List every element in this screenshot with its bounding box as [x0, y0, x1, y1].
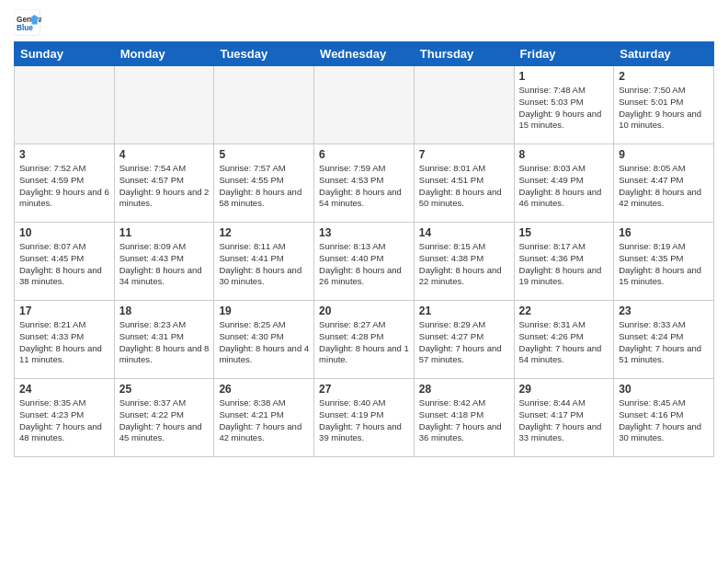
- calendar-cell: [314, 66, 415, 144]
- calendar-cell: [114, 66, 214, 144]
- day-number: 1: [519, 70, 609, 83]
- day-number: 18: [119, 304, 210, 317]
- calendar-cell: 5Sunrise: 7:57 AM Sunset: 4:55 PM Daylig…: [214, 144, 314, 223]
- calendar: SundayMondayTuesdayWednesdayThursdayFrid…: [14, 41, 714, 457]
- day-info: Sunrise: 8:27 AM Sunset: 4:28 PM Dayligh…: [319, 319, 409, 366]
- day-number: 25: [119, 383, 210, 396]
- day-info: Sunrise: 8:23 AM Sunset: 4:31 PM Dayligh…: [119, 319, 210, 366]
- day-info: Sunrise: 8:31 AM Sunset: 4:26 PM Dayligh…: [519, 319, 609, 366]
- day-info: Sunrise: 8:40 AM Sunset: 4:19 PM Dayligh…: [319, 397, 409, 444]
- day-number: 23: [619, 304, 709, 317]
- calendar-cell: 17Sunrise: 8:21 AM Sunset: 4:33 PM Dayli…: [15, 301, 115, 379]
- calendar-cell: 15Sunrise: 8:17 AM Sunset: 4:36 PM Dayli…: [514, 223, 614, 301]
- calendar-cell: 2Sunrise: 7:50 AM Sunset: 5:01 PM Daylig…: [614, 66, 714, 144]
- week-row-2: 3Sunrise: 7:52 AM Sunset: 4:59 PM Daylig…: [15, 144, 714, 223]
- week-row-4: 17Sunrise: 8:21 AM Sunset: 4:33 PM Dayli…: [15, 301, 714, 379]
- day-info: Sunrise: 7:54 AM Sunset: 4:57 PM Dayligh…: [119, 163, 210, 210]
- calendar-cell: 29Sunrise: 8:44 AM Sunset: 4:17 PM Dayli…: [514, 379, 614, 457]
- day-info: Sunrise: 8:42 AM Sunset: 4:18 PM Dayligh…: [419, 397, 509, 444]
- day-info: Sunrise: 8:13 AM Sunset: 4:40 PM Dayligh…: [319, 241, 409, 288]
- calendar-cell: 13Sunrise: 8:13 AM Sunset: 4:40 PM Dayli…: [314, 223, 415, 301]
- day-number: 13: [319, 226, 409, 239]
- calendar-cell: 19Sunrise: 8:25 AM Sunset: 4:30 PM Dayli…: [214, 301, 314, 379]
- calendar-cell: 1Sunrise: 7:48 AM Sunset: 5:03 PM Daylig…: [514, 66, 614, 144]
- day-number: 30: [619, 383, 709, 396]
- calendar-cell: 30Sunrise: 8:45 AM Sunset: 4:16 PM Dayli…: [614, 379, 714, 457]
- calendar-cell: 28Sunrise: 8:42 AM Sunset: 4:18 PM Dayli…: [414, 379, 514, 457]
- day-number: 8: [519, 148, 609, 161]
- day-info: Sunrise: 8:01 AM Sunset: 4:51 PM Dayligh…: [419, 163, 509, 210]
- day-info: Sunrise: 8:17 AM Sunset: 4:36 PM Dayligh…: [519, 241, 609, 288]
- day-number: 7: [419, 148, 509, 161]
- day-number: 27: [319, 383, 409, 396]
- day-number: 19: [219, 304, 309, 317]
- logo-icon: General Blue: [14, 9, 41, 37]
- calendar-cell: [414, 66, 514, 144]
- day-number: 20: [319, 304, 409, 317]
- day-number: 29: [519, 383, 609, 396]
- day-number: 11: [119, 226, 210, 239]
- day-number: 16: [619, 226, 709, 239]
- day-info: Sunrise: 7:50 AM Sunset: 5:01 PM Dayligh…: [619, 85, 709, 132]
- calendar-cell: 9Sunrise: 8:05 AM Sunset: 4:47 PM Daylig…: [614, 144, 714, 223]
- calendar-cell: 8Sunrise: 8:03 AM Sunset: 4:49 PM Daylig…: [514, 144, 614, 223]
- day-number: 15: [519, 226, 609, 239]
- day-number: 14: [419, 226, 509, 239]
- weekday-header-tuesday: Tuesday: [214, 42, 314, 66]
- calendar-cell: [15, 66, 115, 144]
- week-row-3: 10Sunrise: 8:07 AM Sunset: 4:45 PM Dayli…: [15, 223, 714, 301]
- weekday-header-saturday: Saturday: [614, 42, 714, 66]
- day-info: Sunrise: 8:29 AM Sunset: 4:27 PM Dayligh…: [419, 319, 509, 366]
- calendar-cell: 25Sunrise: 8:37 AM Sunset: 4:22 PM Dayli…: [114, 379, 214, 457]
- day-info: Sunrise: 8:37 AM Sunset: 4:22 PM Dayligh…: [119, 397, 210, 444]
- day-number: 5: [219, 148, 309, 161]
- day-info: Sunrise: 7:57 AM Sunset: 4:55 PM Dayligh…: [219, 163, 309, 210]
- day-number: 24: [19, 383, 109, 396]
- week-row-5: 24Sunrise: 8:35 AM Sunset: 4:23 PM Dayli…: [15, 379, 714, 457]
- day-info: Sunrise: 7:52 AM Sunset: 4:59 PM Dayligh…: [19, 163, 109, 210]
- day-info: Sunrise: 8:33 AM Sunset: 4:24 PM Dayligh…: [619, 319, 709, 366]
- day-info: Sunrise: 8:35 AM Sunset: 4:23 PM Dayligh…: [19, 397, 109, 444]
- header: General Blue: [14, 9, 714, 37]
- calendar-cell: 12Sunrise: 8:11 AM Sunset: 4:41 PM Dayli…: [214, 223, 314, 301]
- day-info: Sunrise: 7:59 AM Sunset: 4:53 PM Dayligh…: [319, 163, 409, 210]
- day-number: 4: [119, 148, 210, 161]
- calendar-cell: 27Sunrise: 8:40 AM Sunset: 4:19 PM Dayli…: [314, 379, 415, 457]
- day-info: Sunrise: 8:45 AM Sunset: 4:16 PM Dayligh…: [619, 397, 709, 444]
- calendar-cell: 11Sunrise: 8:09 AM Sunset: 4:43 PM Dayli…: [114, 223, 214, 301]
- day-info: Sunrise: 8:44 AM Sunset: 4:17 PM Dayligh…: [519, 397, 609, 444]
- day-info: Sunrise: 7:48 AM Sunset: 5:03 PM Dayligh…: [519, 85, 609, 132]
- day-info: Sunrise: 8:11 AM Sunset: 4:41 PM Dayligh…: [219, 241, 309, 288]
- day-number: 9: [619, 148, 709, 161]
- weekday-header-row: SundayMondayTuesdayWednesdayThursdayFrid…: [15, 42, 714, 66]
- day-info: Sunrise: 8:15 AM Sunset: 4:38 PM Dayligh…: [419, 241, 509, 288]
- calendar-cell: 3Sunrise: 7:52 AM Sunset: 4:59 PM Daylig…: [15, 144, 115, 223]
- calendar-cell: [214, 66, 314, 144]
- calendar-cell: 20Sunrise: 8:27 AM Sunset: 4:28 PM Dayli…: [314, 301, 415, 379]
- calendar-cell: 7Sunrise: 8:01 AM Sunset: 4:51 PM Daylig…: [414, 144, 514, 223]
- day-info: Sunrise: 8:03 AM Sunset: 4:49 PM Dayligh…: [519, 163, 609, 210]
- calendar-cell: 16Sunrise: 8:19 AM Sunset: 4:35 PM Dayli…: [614, 223, 714, 301]
- weekday-header-wednesday: Wednesday: [314, 42, 415, 66]
- day-info: Sunrise: 8:21 AM Sunset: 4:33 PM Dayligh…: [19, 319, 109, 366]
- calendar-cell: 14Sunrise: 8:15 AM Sunset: 4:38 PM Dayli…: [414, 223, 514, 301]
- logo: General Blue: [14, 9, 41, 37]
- day-info: Sunrise: 8:09 AM Sunset: 4:43 PM Dayligh…: [119, 241, 210, 288]
- day-number: 28: [419, 383, 509, 396]
- calendar-cell: 22Sunrise: 8:31 AM Sunset: 4:26 PM Dayli…: [514, 301, 614, 379]
- calendar-cell: 26Sunrise: 8:38 AM Sunset: 4:21 PM Dayli…: [214, 379, 314, 457]
- calendar-cell: 10Sunrise: 8:07 AM Sunset: 4:45 PM Dayli…: [15, 223, 115, 301]
- weekday-header-sunday: Sunday: [15, 42, 115, 66]
- calendar-cell: 24Sunrise: 8:35 AM Sunset: 4:23 PM Dayli…: [15, 379, 115, 457]
- day-number: 12: [219, 226, 309, 239]
- day-number: 22: [519, 304, 609, 317]
- calendar-cell: 18Sunrise: 8:23 AM Sunset: 4:31 PM Dayli…: [114, 301, 214, 379]
- day-number: 2: [619, 70, 709, 83]
- calendar-cell: 23Sunrise: 8:33 AM Sunset: 4:24 PM Dayli…: [614, 301, 714, 379]
- weekday-header-friday: Friday: [514, 42, 614, 66]
- svg-text:General: General: [17, 16, 41, 24]
- weekday-header-monday: Monday: [114, 42, 214, 66]
- day-info: Sunrise: 8:38 AM Sunset: 4:21 PM Dayligh…: [219, 397, 309, 444]
- day-info: Sunrise: 8:19 AM Sunset: 4:35 PM Dayligh…: [619, 241, 709, 288]
- day-number: 26: [219, 383, 309, 396]
